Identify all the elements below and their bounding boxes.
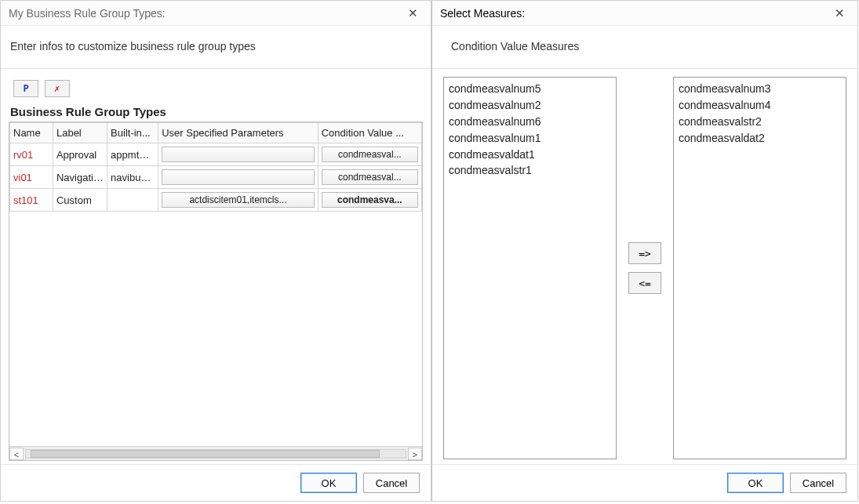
dialog-button-row: OK Cancel: [1, 464, 431, 501]
list-item[interactable]: condmeasvaldat1: [447, 147, 613, 163]
list-item[interactable]: condmeasvalnum6: [447, 114, 613, 130]
user-spec-button[interactable]: [162, 169, 314, 185]
horizontal-scrollbar[interactable]: < >: [9, 446, 422, 460]
cond-val-button[interactable]: condmeasval...: [322, 147, 418, 162]
list-item[interactable]: condmeasvalnum4: [677, 97, 843, 114]
dialog-button-row: OK Cancel: [432, 464, 857, 501]
move-left-button[interactable]: <=: [628, 272, 661, 294]
close-icon[interactable]: ✕: [403, 5, 423, 20]
cell-name[interactable]: vi01: [10, 166, 53, 189]
col-user-spec[interactable]: User Specified Parameters: [158, 123, 318, 143]
list-item[interactable]: condmeasvalstr1: [447, 162, 613, 179]
titlebar: Select Measures: ✕: [432, 1, 857, 26]
delete-row-button[interactable]: ✗: [45, 80, 70, 97]
cell-builtin[interactable]: appmtho...: [107, 143, 158, 166]
user-spec-button[interactable]: actdiscitem01,itemcls...: [162, 192, 314, 208]
cell-cond-val[interactable]: condmeasva...: [318, 189, 421, 212]
cell-name[interactable]: st101: [10, 189, 53, 212]
selected-measures-list[interactable]: condmeasvalnum3 condmeasvalnum4 condmeas…: [673, 77, 846, 459]
list-item[interactable]: condmeasvalnum3: [677, 81, 843, 97]
ok-button[interactable]: OK: [300, 473, 357, 493]
cell-builtin[interactable]: navibuck...: [107, 166, 158, 189]
cell-user-spec[interactable]: actdiscitem01,itemcls...: [158, 189, 318, 212]
user-spec-button[interactable]: [162, 147, 314, 162]
dialog-title: My Business Rule Group Types:: [9, 7, 166, 20]
section-title: Business Rule Group Types: [9, 103, 423, 121]
cell-name[interactable]: rv01: [10, 143, 53, 166]
ok-button[interactable]: OK: [727, 473, 784, 493]
cell-label[interactable]: Custom: [53, 189, 107, 212]
list-item[interactable]: condmeasvalstr2: [677, 114, 843, 130]
cell-cond-val[interactable]: condmeasval...: [318, 166, 421, 189]
rule-types-table-container: Name Label Built-in... User Specified Pa…: [9, 121, 423, 461]
rule-types-table: Name Label Built-in... User Specified Pa…: [9, 122, 422, 212]
move-right-button[interactable]: =>: [628, 242, 661, 264]
scroll-track[interactable]: [25, 449, 406, 459]
business-rule-types-dialog: My Business Rule Group Types: ✕ Enter in…: [0, 0, 431, 502]
subtitle: Condition Value Measures: [432, 26, 857, 69]
cell-label[interactable]: Navigation: [53, 166, 107, 189]
cell-user-spec[interactable]: [158, 166, 318, 189]
dialog-body: P ✗ Business Rule Group Types Name Label…: [1, 69, 431, 464]
dialog-title: Select Measures:: [440, 7, 525, 20]
close-icon[interactable]: ✕: [830, 5, 850, 20]
scroll-left-icon[interactable]: <: [9, 448, 24, 460]
cancel-button[interactable]: Cancel: [790, 473, 846, 493]
titlebar: My Business Rule Group Types: ✕: [1, 1, 431, 26]
cell-user-spec[interactable]: [158, 143, 318, 166]
scroll-thumb[interactable]: [31, 450, 380, 458]
cell-builtin[interactable]: [107, 189, 158, 212]
transfer-buttons: => <=: [621, 77, 668, 459]
col-cond-val[interactable]: Condition Value ...: [318, 123, 421, 143]
col-builtin[interactable]: Built-in...: [107, 123, 158, 143]
info-text: Enter infos to customize business rule g…: [1, 26, 431, 69]
add-row-button[interactable]: P: [13, 80, 38, 97]
table-row[interactable]: vi01 Navigation navibuck... condmeasval.…: [10, 166, 422, 189]
table-row[interactable]: rv01 Approval appmtho... condmeasval...: [10, 143, 422, 166]
cond-val-button[interactable]: condmeasval...: [322, 169, 418, 185]
cell-cond-val[interactable]: condmeasval...: [318, 143, 421, 166]
list-item[interactable]: condmeasvalnum1: [447, 130, 613, 147]
cond-val-button[interactable]: condmeasva...: [322, 192, 418, 208]
cancel-button[interactable]: Cancel: [363, 473, 420, 493]
list-item[interactable]: condmeasvalnum2: [447, 97, 613, 114]
table-header-row: Name Label Built-in... User Specified Pa…: [10, 123, 422, 143]
toolbar: P ✗: [9, 75, 423, 103]
list-item[interactable]: condmeasvaldat2: [677, 130, 843, 147]
select-measures-dialog: Select Measures: ✕ Condition Value Measu…: [431, 0, 858, 502]
col-name[interactable]: Name: [10, 123, 53, 143]
table-row[interactable]: st101 Custom actdiscitem01,itemcls... co…: [10, 189, 422, 212]
scroll-right-icon[interactable]: >: [408, 448, 422, 460]
available-measures-list[interactable]: condmeasvalnum5 condmeasvalnum2 condmeas…: [443, 77, 617, 459]
cell-label[interactable]: Approval: [53, 143, 107, 166]
dialog-body: condmeasvalnum5 condmeasvalnum2 condmeas…: [432, 69, 857, 464]
col-label[interactable]: Label: [53, 123, 107, 143]
list-item[interactable]: condmeasvalnum5: [447, 81, 613, 97]
